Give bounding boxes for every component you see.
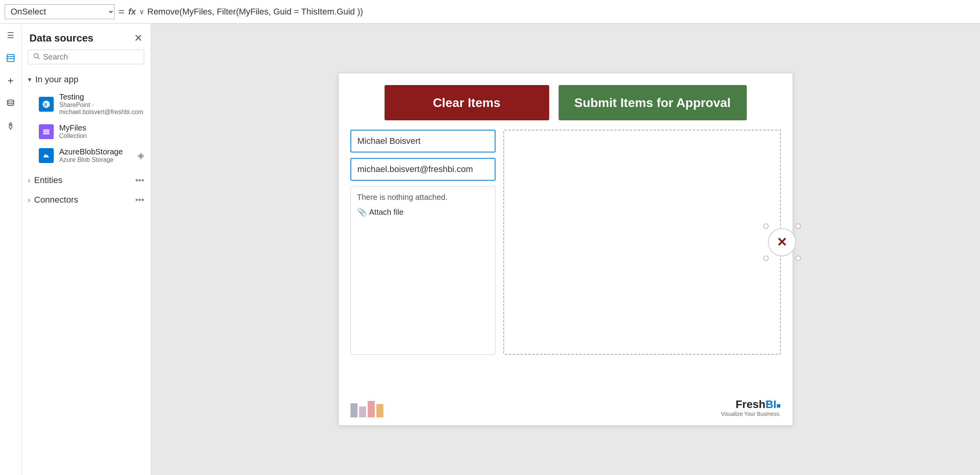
freshbi-brand: FreshBI■ (735, 398, 780, 411)
formula-text: Remove(MyFiles, Filter(MyFiles, Guid = T… (147, 7, 363, 17)
paperclip-icon: 📎 (357, 207, 367, 217)
connectors-label: Connectors (34, 195, 78, 205)
chart-bar (350, 403, 358, 417)
database-icon[interactable] (3, 96, 18, 111)
entities-section: › Entities ••• (22, 170, 151, 190)
svg-text:S: S (44, 102, 47, 107)
bi-text: BI (766, 398, 777, 410)
menu-icon[interactable]: ☰ (3, 27, 18, 43)
chart-bar (359, 406, 366, 417)
canvas-bottom: FreshBI■ Visualize Your Business. (350, 398, 781, 417)
panel-header: Data sources ✕ (22, 24, 151, 50)
in-your-app-section: ▾ In your app S Testing SharePoint · mic… (22, 71, 151, 170)
svg-point-6 (9, 125, 12, 128)
logo-tagline: Visualize Your Business. (721, 411, 780, 417)
connectors-header[interactable]: › Connectors ••• (22, 190, 151, 210)
chart-bars (350, 398, 383, 417)
buttons-row: Clear Items Submit Items for Approval (350, 85, 781, 120)
connectors-chevron: › (28, 196, 30, 204)
name-input[interactable] (350, 130, 495, 152)
close-button[interactable]: ✕ (134, 32, 143, 44)
attach-file-label: Attach file (369, 208, 404, 217)
email-input[interactable] (350, 158, 495, 181)
chart-bar (368, 401, 375, 417)
delete-handle[interactable]: ✕ (768, 228, 796, 256)
add-icon[interactable] (3, 73, 18, 89)
dashed-selection-box: ✕ (503, 130, 781, 355)
azure-icon (39, 148, 54, 163)
testing-name: Testing (59, 92, 144, 102)
svg-rect-12 (43, 129, 50, 131)
svg-rect-13 (43, 131, 50, 132)
sharepoint-icon: S (39, 97, 54, 112)
clear-items-button[interactable]: Clear Items (385, 85, 549, 120)
svg-rect-0 (7, 54, 14, 62)
app-canvas: Clear Items Submit Items for Approval Th… (338, 73, 793, 426)
list-item[interactable]: MyFiles Collection (22, 120, 151, 143)
canvas-area: Clear Items Submit Items for Approval Th… (151, 24, 980, 475)
freshbi-logo-wrapper: FreshBI■ Visualize Your Business. (721, 398, 780, 417)
formula-bar: OnSelect = fx ∨ Remove(MyFiles, Filter(M… (0, 0, 980, 24)
no-attachment-text: There is nothing attached. (357, 193, 489, 202)
in-your-app-label: In your app (35, 74, 78, 85)
fresh-text: Fresh (735, 398, 765, 410)
myfiles-sub: Collection (59, 132, 144, 140)
fx-chevron[interactable]: ∨ (139, 7, 144, 16)
connectors-more-icon[interactable]: ••• (135, 195, 144, 205)
in-your-app-header[interactable]: ▾ In your app (22, 71, 151, 89)
svg-line-9 (38, 57, 39, 59)
myfiles-name: MyFiles (59, 123, 144, 132)
collection-icon (39, 124, 54, 139)
list-item[interactable]: AzureBlobStorage Azure Blob Storage ◈ (22, 143, 151, 167)
layers-icon[interactable] (3, 50, 18, 66)
attach-file-link[interactable]: 📎 Attach file (357, 207, 489, 217)
app-form: There is nothing attached. 📎 Attach file (350, 130, 495, 355)
content-row: There is nothing attached. 📎 Attach file (350, 130, 781, 355)
panel-title: Data sources (29, 32, 93, 44)
icon-rail: ☰ (0, 24, 22, 475)
entities-header[interactable]: › Entities ••• (22, 170, 151, 190)
attachment-area: There is nothing attached. 📎 Attach file (350, 186, 495, 355)
search-box (28, 50, 144, 64)
testing-sub: SharePoint · michael.boisvert@freshbi.co… (59, 102, 144, 116)
entities-chevron: › (28, 176, 30, 185)
logo-icon: ■ (777, 402, 781, 410)
data-sources-panel: Data sources ✕ ▾ In your app (22, 24, 151, 475)
formula-equals: = (118, 5, 124, 18)
azure-name: AzureBlobStorage (59, 147, 132, 156)
search-icon (33, 53, 40, 62)
entities-more-icon[interactable]: ••• (135, 175, 144, 185)
azure-sub: Azure Blob Storage (59, 156, 132, 163)
svg-point-8 (34, 54, 38, 58)
entities-label: Entities (34, 175, 62, 185)
tools-icon[interactable] (3, 118, 18, 134)
main-area: ☰ (0, 24, 980, 475)
delete-x-icon: ✕ (777, 236, 787, 248)
formula-selector[interactable]: OnSelect (5, 4, 114, 19)
fx-label: fx (128, 7, 136, 17)
azure-badge: ◈ (138, 150, 144, 161)
submit-items-button[interactable]: Submit Items for Approval (559, 85, 747, 120)
svg-point-5 (7, 100, 14, 102)
expand-chevron: ▾ (28, 75, 31, 84)
search-input[interactable] (43, 53, 142, 62)
list-item[interactable]: S Testing SharePoint · michael.boisvert@… (22, 89, 151, 120)
connectors-section: › Connectors ••• (22, 190, 151, 210)
chart-bar (376, 404, 383, 417)
svg-rect-14 (43, 133, 50, 134)
formula-fx-area: fx ∨ Remove(MyFiles, Filter(MyFiles, Gui… (128, 7, 975, 17)
